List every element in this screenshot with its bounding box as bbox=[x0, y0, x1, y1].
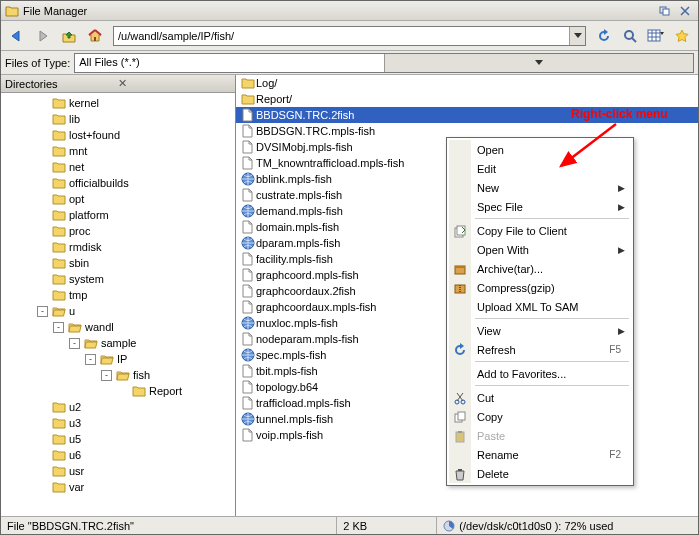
expander-spacer bbox=[37, 130, 48, 141]
expander-icon[interactable]: - bbox=[85, 354, 96, 365]
view-options-button[interactable] bbox=[644, 24, 668, 48]
tree-item[interactable]: -u bbox=[1, 303, 235, 319]
tree-item[interactable]: -IP bbox=[1, 351, 235, 367]
window-maximize-icon[interactable] bbox=[656, 4, 674, 18]
folder-icon bbox=[52, 177, 66, 189]
tree-item[interactable]: platform bbox=[1, 207, 235, 223]
folder-icon bbox=[52, 257, 66, 269]
expander-icon[interactable]: - bbox=[69, 338, 80, 349]
folder-icon bbox=[52, 273, 66, 285]
svg-point-3 bbox=[625, 31, 633, 39]
directory-tree[interactable]: kernelliblost+foundmntnetofficialbuildso… bbox=[1, 93, 235, 516]
tree-item[interactable]: -sample bbox=[1, 335, 235, 351]
directory-panel-header: Directories ✕ bbox=[1, 75, 235, 93]
tree-item[interactable]: opt bbox=[1, 191, 235, 207]
search-button[interactable] bbox=[618, 24, 642, 48]
file-name: graphcoord.mpls-fish bbox=[256, 269, 359, 281]
context-menu-item[interactable]: View▶ bbox=[449, 321, 631, 340]
tree-item[interactable]: mnt bbox=[1, 143, 235, 159]
context-menu-item[interactable]: Open bbox=[449, 140, 631, 159]
tree-item[interactable]: lib bbox=[1, 111, 235, 127]
context-menu-label: View bbox=[477, 325, 613, 337]
context-menu-item[interactable]: RenameF2 bbox=[449, 445, 631, 464]
folder-icon bbox=[52, 481, 66, 493]
expander-spacer bbox=[37, 226, 48, 237]
context-menu-label: Archive(tar)... bbox=[477, 263, 613, 275]
favorites-button[interactable] bbox=[670, 24, 694, 48]
address-dropdown-icon[interactable] bbox=[569, 27, 585, 45]
folder-icon bbox=[52, 433, 66, 445]
disk-icon bbox=[443, 520, 455, 532]
expander-spacer bbox=[37, 178, 48, 189]
context-menu-item[interactable]: Edit bbox=[449, 159, 631, 178]
address-input[interactable] bbox=[114, 27, 569, 45]
back-button[interactable] bbox=[5, 24, 29, 48]
file-row[interactable]: Report/ bbox=[236, 91, 698, 107]
context-menu-item[interactable]: Copy File to Client bbox=[449, 221, 631, 240]
tree-item-label: u2 bbox=[69, 401, 81, 413]
context-menu-item[interactable]: Copy bbox=[449, 407, 631, 426]
context-menu-label: Open bbox=[477, 144, 613, 156]
tree-item[interactable]: usr bbox=[1, 463, 235, 479]
tree-item[interactable]: lost+found bbox=[1, 127, 235, 143]
home-button[interactable] bbox=[83, 24, 107, 48]
expander-icon[interactable]: - bbox=[37, 306, 48, 317]
context-menu-item[interactable]: Open With▶ bbox=[449, 240, 631, 259]
filter-select[interactable]: All Files (*.*) bbox=[74, 53, 694, 73]
expander-spacer bbox=[37, 274, 48, 285]
tree-item[interactable]: net bbox=[1, 159, 235, 175]
context-menu-item[interactable]: Upload XML To SAM bbox=[449, 297, 631, 316]
expander-spacer bbox=[37, 450, 48, 461]
tree-item[interactable]: tmp bbox=[1, 287, 235, 303]
tree-item[interactable]: -wandl bbox=[1, 319, 235, 335]
context-menu-item[interactable]: RefreshF5 bbox=[449, 340, 631, 359]
context-menu-label: Delete bbox=[477, 468, 613, 480]
window-close-icon[interactable] bbox=[676, 4, 694, 18]
context-menu-label: Open With bbox=[477, 244, 613, 256]
tree-item[interactable]: kernel bbox=[1, 95, 235, 111]
tree-item[interactable]: Report bbox=[1, 383, 235, 399]
tree-item-label: mnt bbox=[69, 145, 87, 157]
cut-icon bbox=[453, 391, 469, 405]
directory-panel-close-icon[interactable]: ✕ bbox=[118, 77, 231, 90]
tree-item[interactable]: var bbox=[1, 479, 235, 495]
tree-item[interactable]: sbin bbox=[1, 255, 235, 271]
folder-icon bbox=[240, 77, 256, 89]
context-menu-item[interactable]: Add to Favorites... bbox=[449, 364, 631, 383]
file-row[interactable]: BBDSGN.TRC.2fish bbox=[236, 107, 698, 123]
context-menu-item[interactable]: Spec File▶ bbox=[449, 197, 631, 216]
context-menu-item[interactable]: Delete bbox=[449, 464, 631, 483]
expander-icon[interactable]: - bbox=[53, 322, 64, 333]
context-menu-item[interactable]: Compress(gzip) bbox=[449, 278, 631, 297]
expander-icon[interactable]: - bbox=[101, 370, 112, 381]
file-name: topology.b64 bbox=[256, 381, 318, 393]
context-menu-item[interactable]: Cut bbox=[449, 388, 631, 407]
copy-icon bbox=[453, 410, 469, 424]
address-bar[interactable] bbox=[113, 26, 586, 46]
file-icon bbox=[240, 252, 256, 266]
tree-item-label: proc bbox=[69, 225, 90, 237]
tree-item[interactable]: -fish bbox=[1, 367, 235, 383]
tree-item[interactable]: rmdisk bbox=[1, 239, 235, 255]
status-file: File "BBDSGN.TRC.2fish" bbox=[1, 517, 337, 534]
context-menu-item[interactable]: New▶ bbox=[449, 178, 631, 197]
folder-icon bbox=[52, 417, 66, 429]
file-name: graphcoordaux.mpls-fish bbox=[256, 301, 376, 313]
tree-item-label: u5 bbox=[69, 433, 81, 445]
folder-icon bbox=[52, 225, 66, 237]
context-menu-item[interactable]: Archive(tar)... bbox=[449, 259, 631, 278]
forward-button[interactable] bbox=[31, 24, 55, 48]
tree-item[interactable]: u3 bbox=[1, 415, 235, 431]
tree-item[interactable]: proc bbox=[1, 223, 235, 239]
tree-item[interactable]: u2 bbox=[1, 399, 235, 415]
tree-item[interactable]: system bbox=[1, 271, 235, 287]
tree-item[interactable]: u6 bbox=[1, 447, 235, 463]
tree-item[interactable]: u5 bbox=[1, 431, 235, 447]
filter-dropdown-icon[interactable] bbox=[384, 54, 693, 72]
up-button[interactable] bbox=[57, 24, 81, 48]
file-row[interactable]: Log/ bbox=[236, 75, 698, 91]
context-menu-label: New bbox=[477, 182, 613, 194]
submenu-arrow-icon: ▶ bbox=[618, 202, 625, 212]
refresh-button[interactable] bbox=[592, 24, 616, 48]
tree-item[interactable]: officialbuilds bbox=[1, 175, 235, 191]
